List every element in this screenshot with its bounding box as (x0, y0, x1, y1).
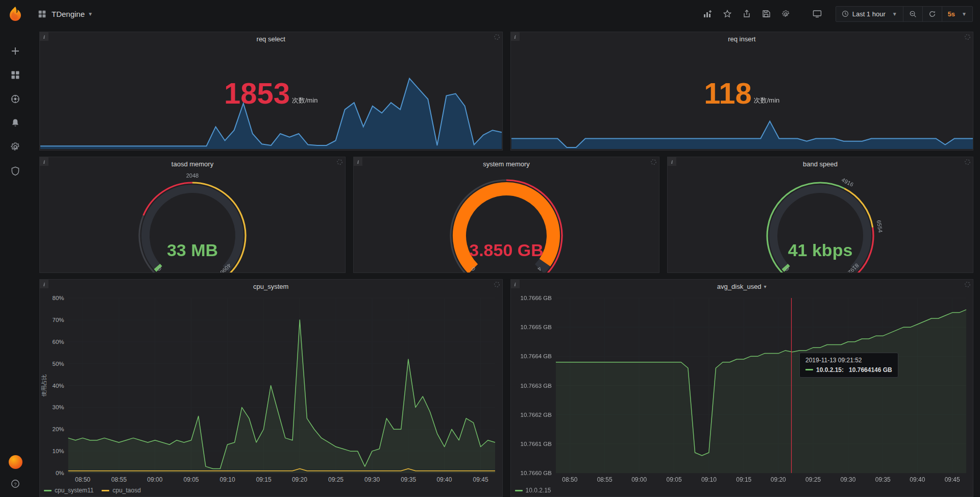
svg-text:60%: 60% (53, 339, 64, 345)
svg-text:09:25: 09:25 (328, 476, 344, 483)
panel-info-icon[interactable]: i (511, 280, 520, 288)
panel-loading-icon (964, 159, 971, 165)
panel-system-memory: i system memory 04 3.850 GB (353, 157, 659, 273)
sidebar-item-help[interactable]: ? (9, 478, 21, 490)
settings-button[interactable] (777, 6, 795, 22)
chart-tooltip: 2019-11-13 09:21:5210.0.2.15:10.7664146 … (799, 353, 898, 378)
dashboard-grid: i req select 1853 次数/min i req insert (31, 28, 980, 497)
panel-loading-icon (494, 281, 500, 288)
panel-info-icon[interactable]: i (668, 157, 676, 166)
panel-title[interactable]: taosd memory (40, 157, 345, 170)
svg-text:09:05: 09:05 (183, 476, 199, 483)
svg-text:10.7664 GB: 10.7664 GB (520, 353, 552, 359)
panel-title[interactable]: avg_disk_used ▾ (511, 280, 973, 293)
refresh-interval-label: 5s (948, 10, 955, 18)
svg-text:09:10: 09:10 (220, 476, 235, 483)
svg-text:09:20: 09:20 (770, 476, 786, 483)
panel-loading-icon (964, 34, 971, 40)
sidebar-item-dashboards[interactable] (9, 69, 21, 81)
clock-icon (842, 10, 849, 17)
refresh-interval-picker[interactable]: 5s ▼ (942, 7, 972, 21)
svg-text:6554: 6554 (876, 220, 884, 233)
panel-loading-icon (650, 159, 657, 165)
system-memory-value: 3.850 GB (354, 240, 659, 260)
svg-text:09:35: 09:35 (401, 476, 416, 483)
panel-loading-icon (494, 34, 500, 40)
panel-band-speed: i band speed 0491665548192 41 kbps (667, 157, 973, 273)
svg-text:09:30: 09:30 (840, 476, 855, 483)
svg-text:09:00: 09:00 (147, 476, 162, 483)
share-button[interactable] (738, 6, 755, 21)
panel-title[interactable]: cpu_system (40, 280, 502, 293)
panel-title[interactable]: system memory (354, 157, 659, 170)
dashboard-grid-icon (38, 10, 46, 18)
req-insert-unit: 次数/min (754, 97, 780, 104)
shield-icon (10, 166, 20, 176)
zoom-out-icon (909, 10, 917, 18)
panel-info-icon[interactable]: i (40, 280, 48, 288)
panel-taosd-memory: i taosd memory 020484096 33 MB (39, 157, 346, 273)
svg-text:2048: 2048 (186, 172, 199, 179)
svg-text:09:40: 09:40 (910, 476, 925, 483)
panel-info-icon[interactable]: i (40, 157, 48, 166)
bell-icon (10, 118, 20, 128)
svg-text:10.7662 GB: 10.7662 GB (520, 412, 552, 418)
time-range-caret-icon: ▼ (892, 11, 897, 17)
dashboard-title[interactable]: TDengine (52, 10, 85, 18)
sidebar-item-alerting[interactable] (9, 117, 21, 129)
legend-item[interactable]: cpu_taosd (102, 487, 140, 494)
add-panel-button[interactable] (699, 6, 717, 21)
cycle-view-button[interactable] (808, 6, 826, 21)
svg-text:09:25: 09:25 (805, 476, 821, 483)
panel-info-icon[interactable]: i (354, 157, 362, 166)
star-button[interactable] (719, 6, 736, 21)
legend-item[interactable]: cpu_system11 (44, 487, 93, 494)
sidebar-item-create[interactable] (9, 45, 21, 57)
dashboards-icon (10, 70, 20, 80)
svg-text:09:45: 09:45 (473, 476, 488, 483)
panel-info-icon[interactable]: i (40, 32, 48, 41)
svg-text:09:40: 09:40 (436, 476, 452, 483)
gear-icon (10, 142, 20, 152)
svg-text:70%: 70% (53, 317, 64, 323)
svg-text:40%: 40% (53, 383, 64, 389)
sidebar-item-explore[interactable] (9, 93, 21, 105)
user-avatar[interactable] (9, 455, 22, 469)
grafana-logo[interactable] (0, 0, 31, 28)
panel-cpu-system: i cpu_system 08:5008:5509:0009:0509:1009… (39, 279, 503, 497)
req-select-value: 1853 次数/min (224, 79, 318, 108)
legend-item[interactable]: 10.0.2.15 (515, 487, 551, 494)
svg-text:08:55: 08:55 (111, 476, 127, 483)
req-select-unit: 次数/min (292, 97, 318, 104)
panel-title[interactable]: req select (40, 32, 502, 45)
avg-disk-used-chart[interactable]: 08:5008:5509:0009:0509:1009:1509:2009:25… (511, 293, 973, 485)
panel-info-icon[interactable]: i (511, 32, 520, 41)
save-button[interactable] (757, 6, 775, 21)
svg-text:09:10: 09:10 (701, 476, 716, 483)
refresh-interval-caret-icon: ▼ (962, 11, 967, 17)
svg-text:09:30: 09:30 (364, 476, 380, 483)
band-speed-value: 41 kbps (668, 240, 973, 260)
top-navbar: TDengine ▼ Last 1 hour ▼ (0, 0, 980, 28)
svg-text:09:05: 09:05 (666, 476, 681, 483)
sidebar-item-server-admin[interactable] (9, 165, 21, 177)
svg-text:10.7661 GB: 10.7661 GB (520, 441, 552, 447)
svg-text:80%: 80% (53, 295, 64, 301)
cpu-system-chart[interactable]: 08:5008:5509:0009:0509:1009:1509:2009:25… (40, 293, 502, 485)
panel-menu-caret-icon[interactable]: ▾ (764, 284, 767, 289)
panel-title[interactable]: band speed (668, 157, 973, 170)
refresh-button[interactable] (923, 7, 942, 21)
req-insert-value: 118 次数/min (704, 79, 779, 108)
taosd-memory-value: 33 MB (40, 240, 345, 260)
zoom-out-button[interactable] (903, 7, 923, 21)
time-range-picker[interactable]: Last 1 hour ▼ (836, 7, 903, 21)
panel-title[interactable]: req insert (511, 32, 973, 45)
svg-text:50%: 50% (53, 361, 64, 367)
svg-text:09:45: 09:45 (944, 476, 960, 483)
cpu-system-legend: cpu_system11cpu_taosd (44, 486, 141, 495)
svg-text:09:20: 09:20 (292, 476, 307, 483)
sidebar-item-configuration[interactable] (9, 141, 21, 153)
panel-loading-icon (336, 159, 343, 165)
svg-text:10.7666 GB: 10.7666 GB (520, 295, 552, 301)
dashboard-title-caret-icon[interactable]: ▼ (88, 11, 93, 17)
